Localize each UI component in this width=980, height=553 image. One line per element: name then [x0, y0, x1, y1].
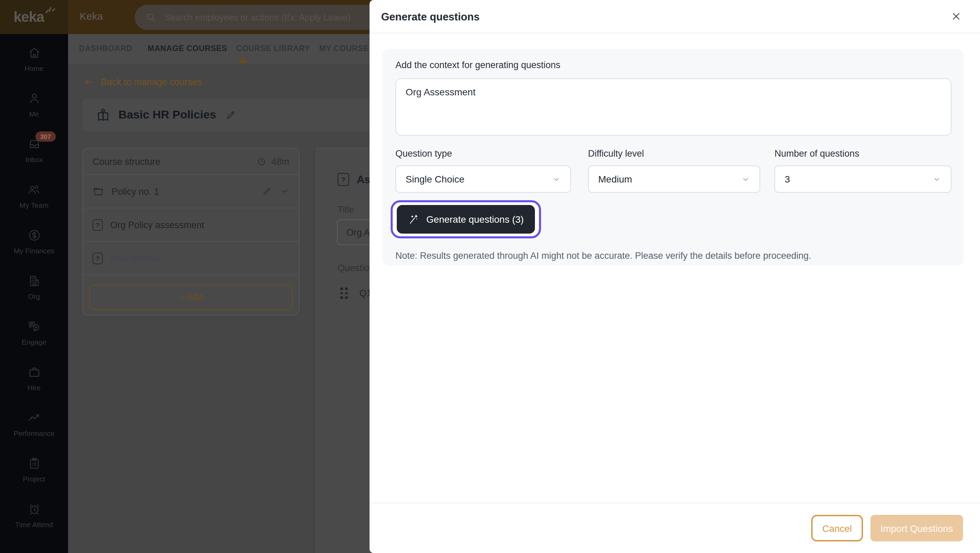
assessment-doc-icon	[92, 219, 103, 231]
sidebar-item-label: Project	[23, 475, 45, 483]
clipboard-icon	[27, 456, 41, 470]
magic-wand-icon	[408, 214, 420, 225]
modal-header: Generate questions	[369, 0, 980, 33]
sidebar-item-label: My Team	[20, 201, 49, 209]
sidebar-item-label: Inbox	[25, 155, 43, 163]
assessment-title-label: Title	[337, 204, 354, 215]
generate-questions-button[interactable]: Generate questions (3)	[397, 205, 535, 234]
course-book-icon	[95, 107, 111, 123]
sidebar-item-label: My Finances	[14, 247, 54, 255]
sidebar-item-home[interactable]: Home	[0, 42, 68, 88]
building-icon	[27, 274, 41, 288]
back-to-manage-courses-link[interactable]: Back to manage courses	[83, 77, 202, 87]
clock-icon	[256, 156, 266, 167]
question-type-select[interactable]: Single Choice	[395, 166, 571, 193]
chevron-down-icon	[932, 175, 941, 183]
question-count-value: 3	[785, 174, 932, 185]
edit-course-title-icon[interactable]	[225, 110, 236, 121]
sidebar-item-label: Time Attend	[15, 520, 53, 529]
chevron-down-icon	[552, 175, 561, 183]
team-icon	[27, 183, 41, 197]
context-textarea[interactable]: Org Assessment	[395, 78, 951, 135]
alarm-clock-icon	[27, 502, 41, 516]
tab-dashboard[interactable]: DASHBOARD	[79, 34, 132, 63]
difficulty-select[interactable]: Medium	[588, 166, 760, 193]
sidebar-nav: Home Me 307 Inbox My Team My Finances	[0, 42, 68, 544]
generate-button-highlight-ring: Generate questions (3)	[391, 200, 541, 238]
module-name: Org Policy assessment	[110, 220, 289, 230]
home-icon	[27, 46, 41, 60]
chevron-down-icon	[741, 175, 750, 183]
sidebar-item-label: Engage	[22, 338, 46, 346]
dollar-circle-icon	[27, 228, 41, 242]
sidebar-item-label: Hire	[27, 383, 41, 392]
drag-handle-icon[interactable]	[340, 287, 348, 299]
engage-chat-icon	[27, 319, 41, 334]
tab-my-courses[interactable]: MY COURSES	[319, 34, 374, 63]
difficulty-label: Difficulty level	[588, 148, 760, 159]
module-row-policy-1[interactable]: Policy no. 1	[83, 175, 299, 209]
active-tab-indicator	[238, 57, 248, 63]
assessment-doc-icon	[92, 252, 103, 264]
module-actions	[262, 186, 289, 196]
question-count-select[interactable]: 3	[775, 166, 951, 193]
question-count-label: Number of questions	[775, 148, 951, 159]
course-duration-value: 48m	[271, 156, 289, 167]
assessment-doc-icon	[337, 173, 349, 186]
keka-logo-text: keka	[14, 9, 44, 25]
cancel-button[interactable]: Cancel	[811, 515, 863, 542]
difficulty-value: Medium	[598, 174, 741, 185]
keka-logo[interactable]: keka	[0, 0, 68, 34]
edit-module-icon[interactable]	[262, 186, 272, 196]
course-structure-heading: Course structure	[92, 156, 256, 167]
course-structure-header: Course structure 48m	[83, 148, 299, 175]
sidebar-item-label: Home	[24, 64, 43, 72]
close-icon[interactable]	[950, 10, 962, 22]
context-label: Add the context for generating questions	[395, 60, 560, 70]
keka-spark-icon	[45, 5, 55, 14]
modal-title: Generate questions	[381, 0, 479, 33]
trend-up-icon	[27, 411, 41, 425]
add-module-button[interactable]: + Add	[89, 285, 293, 310]
sidebar-item-me[interactable]: Me	[0, 88, 68, 134]
course-structure-panel: Course structure 48m Policy no. 1 Org Po…	[82, 148, 299, 315]
module-row-org-policy-assessment[interactable]: Org Policy assessment	[83, 209, 299, 242]
question-1-row[interactable]: Q1	[340, 287, 372, 299]
question-type-field: Question type Single Choice	[395, 148, 571, 193]
import-questions-button[interactable]: Import Questions	[870, 515, 963, 542]
generate-questions-modal: Generate questions Add the context for g…	[369, 0, 980, 553]
person-icon	[27, 91, 41, 105]
collapse-module-icon[interactable]	[280, 186, 289, 196]
sidebar-item-label: Org	[28, 292, 40, 300]
sidebar-item-org[interactable]: Org	[0, 270, 68, 316]
sidebar-item-performance[interactable]: Performance	[0, 407, 68, 453]
generate-form-card: Add the context for generating questions…	[382, 49, 964, 266]
app-window: keka Home Me 307 Inbox My Team	[0, 0, 980, 553]
sidebar: keka Home Me 307 Inbox My Team	[0, 0, 68, 553]
sidebar-item-hire[interactable]: Hire	[0, 362, 68, 407]
question-type-label: Question type	[395, 148, 571, 159]
module-row-new-module[interactable]: New Module	[83, 242, 299, 275]
sidebar-item-my-team[interactable]: My Team	[0, 179, 68, 225]
sidebar-item-label: Me	[29, 110, 39, 118]
module-name: Policy no. 1	[111, 186, 262, 196]
briefcase-icon	[27, 365, 41, 379]
sidebar-item-engage[interactable]: Engage	[0, 316, 68, 362]
back-link-label: Back to manage courses	[101, 77, 202, 87]
sidebar-item-label: Performance	[14, 429, 54, 437]
sidebar-item-time-attend[interactable]: Time Attend	[0, 499, 68, 544]
modal-footer: Cancel Import Questions	[369, 503, 980, 553]
difficulty-field: Difficulty level Medium	[588, 148, 760, 193]
sidebar-item-my-finances[interactable]: My Finances	[0, 225, 68, 270]
generate-questions-label: Generate questions (3)	[426, 214, 524, 225]
course-title: Basic HR Policies	[118, 108, 216, 122]
course-duration: 48m	[256, 156, 289, 167]
module-name: New Module	[110, 253, 289, 263]
question-count-field: Number of questions 3	[775, 148, 951, 193]
sidebar-item-project[interactable]: Project	[0, 453, 68, 499]
folder-icon	[92, 186, 104, 197]
app-title: Keka	[80, 10, 103, 22]
tab-manage-courses[interactable]: MANAGE COURSES	[148, 34, 227, 63]
sidebar-item-inbox[interactable]: 307 Inbox	[0, 134, 68, 179]
inbox-count-badge: 307	[35, 131, 56, 142]
